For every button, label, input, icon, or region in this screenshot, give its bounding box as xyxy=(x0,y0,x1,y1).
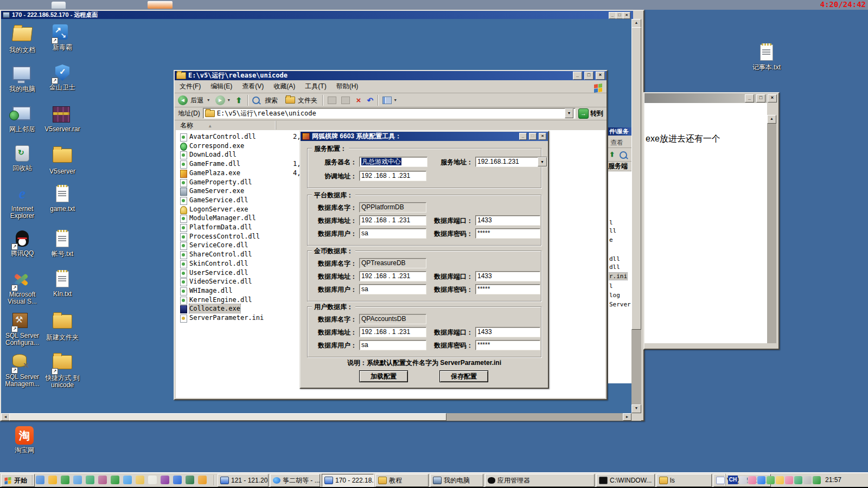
db-port-input[interactable]: 1433 xyxy=(475,215,540,226)
pptv-icon[interactable] xyxy=(161,476,169,484)
close-button[interactable]: × xyxy=(539,133,546,140)
forward-button[interactable]: ► xyxy=(215,95,225,105)
task-button[interactable]: 170 - 222.18... xyxy=(322,474,374,487)
maximize-button[interactable]: □ xyxy=(529,133,537,140)
start-button[interactable]: 开始 xyxy=(1,474,35,487)
scrollbar-thumb[interactable] xyxy=(631,27,641,330)
desktop-icon[interactable]: Internet Explorer xyxy=(3,185,41,220)
excel-icon[interactable] xyxy=(186,476,194,484)
remote-horizontal-scrollbar[interactable]: ◄ ► xyxy=(1,413,631,421)
save-config-button[interactable]: 保存配置 xyxy=(439,370,488,382)
dialog-titlebar[interactable]: 网狐棋牌 6603 系统配置工具： _ □ × xyxy=(301,132,548,141)
scroll-up-arrow[interactable]: ▲ xyxy=(631,19,641,28)
db-user-input[interactable]: sa xyxy=(359,340,426,350)
maximize-button[interactable]: □ xyxy=(616,12,623,19)
minimize-button[interactable]: _ xyxy=(745,94,754,102)
notepad-titlebar[interactable]: _ □ × xyxy=(644,93,778,103)
db-port-input[interactable]: 1433 xyxy=(475,271,540,281)
volume-icon[interactable] xyxy=(803,476,812,484)
folders-label[interactable]: 文件夹 xyxy=(298,97,317,104)
scroll-right-arrow[interactable]: ► xyxy=(623,413,631,421)
address-dropdown-button[interactable]: ▼ xyxy=(565,108,573,118)
db-user-input[interactable]: sa xyxy=(359,228,426,239)
desktop-icon[interactable]: ↗腾讯QQ xyxy=(3,230,41,257)
remote-vertical-scrollbar[interactable]: ▲ ▼ xyxy=(631,19,641,413)
clock[interactable]: 21:57 xyxy=(825,476,841,484)
desktop-icon[interactable]: ↗金山卫士 xyxy=(43,64,81,91)
menu-item[interactable]: 工具(T) xyxy=(300,80,331,92)
address-input[interactable]: E:\v5\运行\release\unicode ▼ xyxy=(203,108,576,119)
up-button[interactable]: ⬆ xyxy=(236,96,242,105)
db-name-input[interactable]: QPAccountsDB xyxy=(359,314,426,324)
desktop-icon[interactable]: 我的电脑 xyxy=(3,64,41,93)
blue-face-icon[interactable] xyxy=(123,476,132,484)
service-addr-combo[interactable]: 192.168.1.231 ▼ xyxy=(475,157,547,167)
menu-item[interactable]: 编辑(E) xyxy=(206,80,237,92)
search-icon[interactable] xyxy=(252,97,260,104)
notepad-vertical-scrollbar[interactable]: ▲ xyxy=(767,115,776,343)
scroll-down-arrow[interactable]: ▼ xyxy=(631,404,641,413)
folders-icon[interactable] xyxy=(285,97,295,104)
desktop-icon[interactable]: 帐号.txt xyxy=(43,230,81,258)
explorer-titlebar[interactable]: E:\v5\运行\release\unicode _ □ × xyxy=(175,71,607,80)
desktop-icon[interactable]: KIn.txt xyxy=(43,270,81,298)
media-green-icon[interactable] xyxy=(111,476,119,484)
task-button[interactable]: 121 - 121.20... xyxy=(218,474,269,487)
menu-item[interactable]: 帮助(H) xyxy=(331,80,363,92)
db-addr-input[interactable]: 192 .168 . 1 .231 xyxy=(359,215,426,226)
uc-browser-icon[interactable] xyxy=(198,476,207,484)
desktop-icon[interactable]: 网上邻居 xyxy=(3,104,41,133)
load-config-button[interactable]: 加载配置 xyxy=(359,370,408,382)
desktop-icon[interactable]: 回收站 xyxy=(3,144,41,172)
db-pwd-input[interactable]: ***** xyxy=(475,284,540,294)
desktop-icon[interactable]: 新建文件夹 xyxy=(43,310,81,341)
desktop-icon[interactable]: ↗SQL Server Managem... xyxy=(3,351,41,388)
fingerprint-icon[interactable] xyxy=(86,476,94,484)
input-method-indicator[interactable]: CH xyxy=(728,476,738,484)
menu-item[interactable]: 查看(V) xyxy=(237,80,269,92)
desktop-icon[interactable]: V5server.rar xyxy=(43,104,81,133)
search-label[interactable]: 搜索 xyxy=(265,97,278,104)
task-button[interactable]: 应用管理器 xyxy=(485,474,595,487)
db-user-input[interactable]: sa xyxy=(359,284,426,294)
image-viewer-icon[interactable] xyxy=(73,476,82,484)
minimize-button[interactable]: _ xyxy=(573,72,582,80)
contacts-icon[interactable] xyxy=(748,476,756,484)
fingerprint-icon[interactable] xyxy=(794,476,802,484)
message-icon[interactable] xyxy=(776,476,784,484)
scroll-up-arrow[interactable]: ▲ xyxy=(767,115,776,124)
views-dropdown[interactable]: ▼ xyxy=(393,98,397,102)
views-icon[interactable] xyxy=(382,97,392,104)
task-button[interactable]: 我的电脑 xyxy=(430,474,483,487)
remote-window-titlebar[interactable]: 170 - 222.186.52.170 - 远程桌面 xyxy=(1,11,633,19)
folder-icon[interactable] xyxy=(136,476,144,484)
back-button[interactable]: ◄ xyxy=(178,95,188,105)
minimize-button[interactable]: _ xyxy=(519,133,527,140)
db-addr-input[interactable]: 192 .168 . 1 .231 xyxy=(359,327,426,337)
kugou-icon[interactable] xyxy=(757,476,765,484)
close-button[interactable]: × xyxy=(596,72,605,80)
document-icon[interactable] xyxy=(148,476,157,484)
outlook-icon[interactable] xyxy=(36,476,44,484)
combo-dropdown-button[interactable]: ▼ xyxy=(538,157,547,166)
upload-icon[interactable] xyxy=(767,476,775,484)
desktop-icon[interactable]: ↗快捷方式 到 unicode xyxy=(43,351,81,389)
desktop-icon[interactable]: ↗Microsoft Visual S... xyxy=(3,270,41,305)
maximize-button[interactable]: □ xyxy=(584,72,593,80)
desktop-icon[interactable]: ↗SQL Server Configura... xyxy=(3,310,41,346)
forward-dropdown[interactable]: ▼ xyxy=(227,98,231,102)
task-button[interactable]: C:\WINDOW... xyxy=(596,474,655,487)
tv-lite-icon[interactable] xyxy=(173,476,182,484)
move-to-icon[interactable] xyxy=(328,97,336,104)
desktop-icon[interactable]: ↗新毒霸 xyxy=(43,23,81,51)
go-button[interactable]: → 转到 xyxy=(578,108,603,119)
undo-icon[interactable]: ↶ xyxy=(367,96,374,105)
back-label[interactable]: 后退 xyxy=(190,97,203,104)
market-icon[interactable] xyxy=(98,476,107,484)
notepad-text-area[interactable]: exe放进去还有一个 xyxy=(644,103,767,343)
keyboard-icon[interactable] xyxy=(739,476,747,484)
task-button[interactable]: 教程 xyxy=(375,474,429,487)
scroll-left-arrow[interactable]: ◄ xyxy=(1,413,10,421)
shield-green-icon[interactable] xyxy=(61,476,69,484)
scrollbar-thumb[interactable] xyxy=(9,413,446,421)
